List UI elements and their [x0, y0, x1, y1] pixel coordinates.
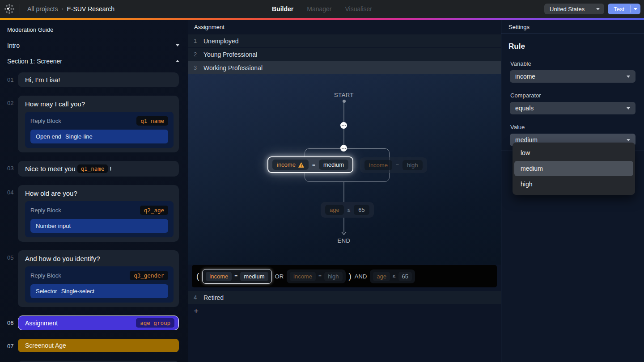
variable-tag: age_group: [136, 318, 174, 328]
assignment-panel: Assignment 1 Unemployed 2 Young Professi…: [188, 20, 501, 362]
reply-detail: Single-select: [61, 288, 94, 295]
reply-kind: Selector: [36, 288, 57, 295]
variable-select-value: income: [515, 73, 535, 80]
tab-builder[interactable]: Builder: [272, 5, 293, 13]
guide-item-04: 04 How old are you? Reply Block q2_age N…: [0, 185, 188, 242]
condition-value-pill: 65: [354, 205, 369, 215]
row-label: Retired: [203, 294, 224, 301]
expr-variable: age: [373, 272, 390, 281]
variable-tag: q1_name: [77, 164, 108, 173]
guide-item-03: 03 Nice to meet youq1_name!: [0, 161, 188, 177]
guide-item-02: 02 How may I call you? Reply Block q1_na…: [0, 96, 188, 152]
region-select[interactable]: United States: [544, 4, 604, 14]
condition-comparator: =: [312, 162, 315, 168]
message-text: Hi, I’m Lisa!: [25, 76, 60, 84]
condition-comparator: ≤: [347, 207, 351, 213]
dropdown-option-low[interactable]: low: [514, 145, 633, 160]
condition-value-pill: high: [402, 160, 423, 170]
item-number: 03: [7, 161, 18, 177]
settings-panel-title: Settings: [501, 20, 644, 34]
variable-tag: q1_name: [136, 116, 168, 126]
assignment-card-label: Assignment: [25, 320, 58, 327]
condition-value-pill: medium: [319, 160, 348, 170]
assignment-row-retired[interactable]: 4 Retired: [188, 290, 501, 304]
breadcrumb-separator: ›: [61, 6, 63, 12]
item-number: 01: [7, 72, 18, 87]
question-text: And how do you identify?: [25, 255, 174, 262]
rule-flow-canvas: START income = mediu: [188, 74, 501, 265]
guide-item-06: 06 Assignment age_group: [0, 316, 188, 330]
dropdown-option-high[interactable]: high: [514, 177, 633, 192]
expression-group-income-medium[interactable]: income = medium: [202, 269, 271, 284]
comparator-select[interactable]: equals: [510, 102, 636, 114]
dropdown-option-medium[interactable]: medium: [514, 161, 633, 176]
flow-edge: [343, 218, 344, 232]
assignment-row-young-professional[interactable]: 2 Young Professional: [188, 47, 501, 61]
row-label: Young Professional: [203, 51, 257, 58]
condition-age-65[interactable]: age ≤ 65: [321, 202, 374, 218]
row-number: 4: [194, 294, 203, 301]
condition-income-high[interactable]: income = high: [360, 157, 427, 173]
condition-variable-pill: age: [325, 205, 344, 215]
variable-select[interactable]: income: [510, 70, 636, 83]
condition-variable-pill: income: [272, 160, 309, 170]
question-card[interactable]: How old are you? Reply Block q2_age Numb…: [18, 185, 179, 242]
item-number: 07: [7, 339, 18, 352]
section-intro-label: Intro: [7, 42, 20, 49]
tab-visualiser[interactable]: Visualiser: [345, 5, 372, 13]
assignment-row-unemployed[interactable]: 1 Unemployed: [188, 34, 501, 47]
guide-item-list: 01 Hi, I’m Lisa! 02 How may I call you? …: [0, 69, 188, 362]
test-button-menu[interactable]: [631, 8, 640, 10]
variable-field-label: Variable: [510, 60, 635, 67]
guide-item-05: 05 And how do you identify? Reply Block …: [0, 250, 188, 307]
flow-connector-node[interactable]: [340, 122, 347, 129]
flow-connector-node[interactable]: [340, 145, 347, 152]
breadcrumb-current-project: E-SUV Research: [67, 5, 114, 13]
message-text-after: !: [110, 165, 111, 173]
reply-block[interactable]: Reply Block q3_gender Selector Single-se…: [25, 266, 174, 303]
screenout-card[interactable]: Screenout Age: [18, 339, 179, 352]
section-screener[interactable]: Section 1: Screener: [0, 53, 188, 69]
expression-group-income-high[interactable]: income = high: [287, 269, 346, 283]
value-dropdown-menu: low medium high: [513, 143, 635, 195]
reply-type-block[interactable]: Open end Single-line: [30, 130, 168, 143]
reply-type-block[interactable]: Number input: [30, 219, 168, 233]
reply-detail: Single-line: [65, 133, 93, 140]
test-button-label[interactable]: Test: [608, 6, 630, 13]
reply-block[interactable]: Reply Block q1_name Open end Single-line: [25, 112, 174, 148]
main-nav-tabs: Builder Manager Visualiser: [272, 5, 372, 13]
rule-heading: Rule: [508, 42, 637, 51]
section-screener-label: Section 1: Screener: [7, 58, 62, 65]
reply-type-block[interactable]: Selector Single-select: [30, 284, 168, 298]
tab-manager[interactable]: Manager: [307, 5, 331, 13]
reply-kind: Open end: [36, 133, 61, 140]
screenout-label: Screenout Age: [25, 342, 66, 349]
app-window: All projects › E-SUV Research Builder Ma…: [0, 0, 644, 362]
logo-divider: [20, 4, 20, 14]
add-row: +: [188, 304, 501, 318]
reply-block[interactable]: Reply Block q2_age Number input: [25, 201, 174, 237]
or-operator: OR: [275, 273, 284, 280]
assignment-row-working-professional[interactable]: 3 Working Professional: [188, 61, 501, 74]
message-card[interactable]: Hi, I’m Lisa!: [18, 72, 179, 87]
condition-income-medium[interactable]: income = medium: [267, 156, 353, 173]
message-card[interactable]: Nice to meet youq1_name!: [18, 161, 179, 177]
expression-group-age-65[interactable]: age ≤ 65: [370, 269, 415, 283]
chevron-down-icon: [627, 107, 630, 109]
test-button[interactable]: Test: [608, 4, 640, 14]
rule-expression-bar: ( income = medium OR income = high ) AND: [192, 265, 497, 287]
guide-item-01: 01 Hi, I’m Lisa!: [0, 72, 188, 87]
breadcrumb-all-projects-link[interactable]: All projects: [27, 5, 58, 13]
row-number: 3: [194, 64, 203, 71]
chevron-down-icon: [627, 76, 630, 78]
assignment-card-selected[interactable]: Assignment age_group: [18, 316, 179, 330]
question-card[interactable]: And how do you identify? Reply Block q3_…: [18, 250, 179, 307]
question-card[interactable]: How may I call you? Reply Block q1_name …: [18, 96, 179, 152]
section-intro[interactable]: Intro: [0, 38, 188, 53]
comparator-field-label: Comparator: [510, 92, 635, 99]
reply-kind: Number input: [36, 223, 71, 229]
breadcrumb: All projects › E-SUV Research: [27, 5, 114, 13]
add-assignment-button[interactable]: +: [194, 307, 201, 315]
chevron-up-icon: [176, 60, 179, 62]
flow-start-label: START: [334, 92, 354, 98]
